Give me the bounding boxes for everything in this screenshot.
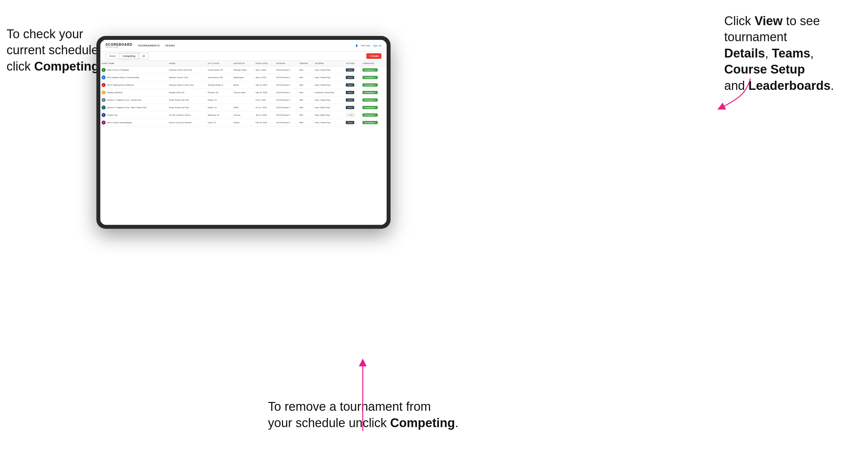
cell-competing[interactable]: Competing ✓ [361,119,386,126]
tab-competing[interactable]: Competing [119,53,139,59]
cell-city-state: Dallas, TX [207,96,232,104]
team-logo: P [102,91,105,94]
cell-city-state: Phoenix, AZ [207,89,232,96]
view-button[interactable]: View ℹ [346,91,354,94]
view-button[interactable]: View ℹ [346,106,354,109]
team-logo: A [102,113,105,117]
cell-scoring: team, Match Play [314,104,345,112]
cell-actions[interactable]: View ℹ [344,104,361,112]
view-button[interactable]: View ℹ [346,98,354,102]
cell-hosted-by: Michigan State [232,66,254,74]
team-logo: I [102,83,105,87]
cell-actions[interactable]: View ℹ [344,66,361,74]
cell-actions[interactable]: View ℹ [344,89,361,96]
nav-tournaments[interactable]: TOURNAMENTS [137,44,160,47]
cell-hosted-by [232,96,254,104]
cell-venue: American Dunes Golf Club [168,66,207,74]
cell-gender: Men [299,82,314,89]
cell-start-date: Feb 15, 2024 [254,119,275,126]
cell-scoring: team, Stroke Play [314,82,345,89]
tablet-frame: SCOREBOARD Powered by clippi TOURNAMENTS… [96,36,391,229]
cell-venue: Papago Golf Club [168,89,207,96]
competing-button[interactable]: Competing ✓ [363,68,378,71]
create-button[interactable]: + Create [366,53,381,59]
cell-division: NCAA Division I [275,66,299,74]
cell-start-date: Oct 9, 2023 [254,96,275,104]
event-name-text: Jackson T. Stephens Cup – Stroke Play [107,99,141,101]
competing-button[interactable]: Competing ✓ [363,106,378,109]
competing-button[interactable]: Competing ✓ [363,91,378,94]
event-name-text: Jackson T. Stephens Cup – Men's Match Pl… [107,106,147,108]
annotation-line3: click [6,60,34,73]
competing-button[interactable]: Competing ✓ [363,121,378,124]
tab-all[interactable]: All [139,53,148,59]
nav-teams[interactable]: TEAMS [165,44,175,47]
cell-competing[interactable]: Competing ✓ [361,112,386,119]
cell-division: NCAA Division I [275,89,299,96]
cell-division: NCAA Division I [275,96,299,104]
view-button[interactable]: View ℹ [346,76,354,79]
cell-city-state: Grand Haven, MI [207,66,232,74]
cell-venue: Ocean Course At Hokuala [168,119,207,126]
event-name-text: Folds of Honor Collegiate [107,69,129,71]
annotation-bottom: To remove a tournament from your schedul… [268,399,497,431]
cell-hosted-by: ABAC [232,104,254,112]
view-button[interactable]: View ℹ [346,68,354,71]
cell-competing[interactable]: Competing ✓ [361,74,386,82]
competing-button[interactable]: Competing ✓ [363,76,378,79]
col-city-state: CITY, STATE [207,61,232,66]
cell-actions[interactable]: ✏ Edit [344,112,361,119]
view-button[interactable]: View ℹ [346,121,354,124]
event-name-text: 2023 Sahalee Players Championship [107,76,139,79]
competing-button[interactable]: Competing ✓ [363,83,378,87]
col-division: DIVISION [275,61,299,66]
cell-gender: Men [299,104,314,112]
cell-scoring: team, Stroke Play [314,74,345,82]
cell-event-name: P Papago Individual [100,89,168,96]
cell-city-state: Olympia Fields, IL [207,82,232,89]
tablet-screen: SCOREBOARD Powered by clippi TOURNAMENTS… [100,40,386,225]
table-row: H John A. Burns Intercollegiate Ocean Co… [100,119,386,126]
cell-scoring: team, Match Play [314,112,345,119]
cell-actions[interactable]: View ℹ [344,119,361,126]
competing-button[interactable]: Competing ✓ [363,114,378,117]
cell-start-date: Sep 4, 2023 [254,66,275,74]
col-venue: VENUE [168,61,207,66]
cell-actions[interactable]: View ℹ [344,74,361,82]
sign-out-link[interactable]: Sign out [373,44,381,47]
cell-competing[interactable]: Competing ✓ [361,96,386,104]
cell-event-name: J Jackson T. Stephens Cup – Stroke Play [100,96,168,104]
cell-city-state: Dallas, TX [207,104,232,112]
cell-competing[interactable]: Competing ✓ [361,66,386,74]
annotation-line2: current schedule, [6,43,102,57]
cell-division: NCAA Division I [275,119,299,126]
col-event-name: EVENT NAME [100,61,168,66]
cell-start-date: Jan 14, 2024 [254,112,275,119]
cell-actions[interactable]: View ℹ [344,96,361,104]
cell-division: NCAA Division I [275,104,299,112]
cell-competing[interactable]: Competing ✓ [361,104,386,112]
view-button[interactable]: View ℹ [346,83,354,87]
cell-event-name: A Copper Cup [100,112,168,119]
team-logo: J [102,98,105,102]
cell-scoring: team, Stroke Play [314,119,345,126]
table-row: P Papago Individual Papago Golf ClubPhoe… [100,89,386,96]
cell-event-name: H John A. Burns Intercollegiate [100,119,168,126]
cell-hosted-by: Hawaii [232,119,254,126]
sub-header: Home Competing All + Create [100,52,386,61]
cell-city-state: Lihue, HI [207,119,232,126]
annotation-top-right: Click View to see tournament Details, Te… [724,13,862,94]
cell-actions[interactable]: View ℹ [344,82,361,89]
cell-gender: Men [299,74,314,82]
cell-gender: Men [299,89,314,96]
table-row: J Jackson T. Stephens Cup – Stroke Play … [100,96,386,104]
table-header-row: EVENT NAME VENUE CITY, STATE HOSTED BY S… [100,61,386,66]
cell-competing[interactable]: Competing ✓ [361,89,386,96]
cell-venue: Trinity Forest Golf Club [168,96,207,104]
competing-button[interactable]: Competing ✓ [363,98,378,102]
cell-competing[interactable]: Competing ✓ [361,82,386,89]
edit-button[interactable]: ✏ Edit [346,113,355,117]
cell-event-name: J Jackson T. Stephens Cup – Men's Match … [100,104,168,112]
tab-home[interactable]: Home [105,53,119,59]
cell-city-state: Maricopa, AZ [207,112,232,119]
